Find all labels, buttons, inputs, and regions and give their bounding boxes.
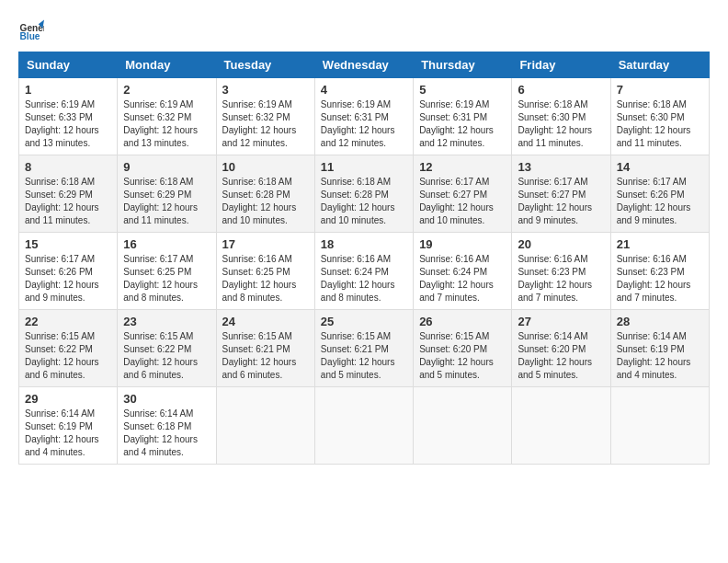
sunrise-label: Sunrise: 6:19 AM: [321, 99, 391, 109]
sunset-label: Sunset: 6:23 PM: [617, 267, 685, 277]
table-row: 4 Sunrise: 6:19 AM Sunset: 6:31 PM Dayli…: [314, 78, 413, 155]
daylight-minutes: and 4 minutes.: [25, 447, 85, 457]
daylight-label: Daylight: 12 hours: [321, 125, 395, 135]
sunrise-label: Sunrise: 6:17 AM: [617, 177, 687, 187]
day-info: Sunrise: 6:14 AM Sunset: 6:20 PM Dayligh…: [518, 330, 604, 382]
daylight-minutes: and 7 minutes.: [419, 293, 480, 303]
daylight-label: Daylight: 12 hours: [617, 357, 691, 367]
day-number: 6: [518, 83, 604, 97]
day-info: Sunrise: 6:18 AM Sunset: 6:28 PM Dayligh…: [222, 176, 309, 227]
daylight-minutes: and 7 minutes.: [518, 293, 578, 303]
day-info: Sunrise: 6:16 AM Sunset: 6:23 PM Dayligh…: [617, 253, 703, 304]
daylight-label: Daylight: 12 hours: [25, 434, 99, 444]
table-row: 12 Sunrise: 6:17 AM Sunset: 6:27 PM Dayl…: [414, 155, 512, 233]
daylight-minutes: and 9 minutes.: [25, 293, 85, 303]
calendar-week-row: 29 Sunrise: 6:14 AM Sunset: 6:19 PM Dayl…: [19, 387, 710, 465]
day-info: Sunrise: 6:19 AM Sunset: 6:32 PM Dayligh…: [123, 98, 210, 150]
day-number: 8: [25, 160, 111, 174]
table-row: 21 Sunrise: 6:16 AM Sunset: 6:23 PM Dayl…: [610, 233, 709, 310]
calendar-week-row: 22 Sunrise: 6:15 AM Sunset: 6:22 PM Dayl…: [19, 310, 710, 387]
day-number: 3: [222, 83, 309, 97]
day-number: 26: [419, 315, 506, 328]
daylight-minutes: and 11 minutes.: [25, 215, 90, 225]
sunrise-label: Sunrise: 6:18 AM: [617, 99, 687, 109]
day-number: 12: [419, 160, 506, 174]
sunrise-label: Sunrise: 6:15 AM: [419, 331, 489, 341]
day-info: Sunrise: 6:19 AM Sunset: 6:32 PM Dayligh…: [222, 98, 309, 150]
sunrise-label: Sunrise: 6:14 AM: [25, 408, 95, 419]
daylight-minutes: and 9 minutes.: [518, 215, 578, 225]
day-info: Sunrise: 6:19 AM Sunset: 6:31 PM Dayligh…: [321, 98, 407, 150]
table-row: 18 Sunrise: 6:16 AM Sunset: 6:24 PM Dayl…: [314, 233, 413, 310]
logo: General Blue: [18, 18, 48, 44]
day-info: Sunrise: 6:17 AM Sunset: 6:26 PM Dayligh…: [25, 253, 111, 304]
day-number: 17: [222, 237, 309, 251]
sunrise-label: Sunrise: 6:16 AM: [222, 254, 292, 264]
table-row: 3 Sunrise: 6:19 AM Sunset: 6:32 PM Dayli…: [216, 78, 314, 155]
sunrise-label: Sunrise: 6:16 AM: [321, 254, 391, 264]
day-info: Sunrise: 6:16 AM Sunset: 6:24 PM Dayligh…: [419, 253, 506, 304]
sunrise-label: Sunrise: 6:16 AM: [617, 254, 687, 264]
daylight-label: Daylight: 12 hours: [123, 202, 198, 213]
day-number: 14: [617, 160, 703, 174]
sunset-label: Sunset: 6:21 PM: [321, 344, 389, 354]
table-row: 8 Sunrise: 6:18 AM Sunset: 6:29 PM Dayli…: [19, 155, 118, 233]
daylight-label: Daylight: 12 hours: [25, 125, 99, 135]
daylight-label: Daylight: 12 hours: [518, 280, 592, 290]
calendar-header-monday: Monday: [118, 52, 216, 78]
sunset-label: Sunset: 6:27 PM: [419, 190, 487, 200]
daylight-minutes: and 6 minutes.: [222, 370, 283, 380]
daylight-minutes: and 6 minutes.: [123, 370, 184, 380]
sunrise-label: Sunrise: 6:17 AM: [518, 177, 587, 187]
calendar-header-sunday: Sunday: [19, 52, 118, 78]
table-row: 30 Sunrise: 6:14 AM Sunset: 6:18 PM Dayl…: [118, 387, 216, 465]
calendar-header-row: SundayMondayTuesdayWednesdayThursdayFrid…: [19, 52, 710, 78]
sunset-label: Sunset: 6:29 PM: [123, 190, 191, 200]
table-row: 1 Sunrise: 6:19 AM Sunset: 6:33 PM Dayli…: [19, 78, 118, 155]
daylight-label: Daylight: 12 hours: [222, 280, 297, 290]
daylight-label: Daylight: 12 hours: [617, 202, 691, 213]
table-row: [216, 387, 314, 465]
daylight-minutes: and 10 minutes.: [321, 215, 386, 225]
sunset-label: Sunset: 6:28 PM: [222, 190, 290, 200]
sunset-label: Sunset: 6:25 PM: [123, 267, 191, 277]
sunset-label: Sunset: 6:28 PM: [321, 190, 389, 200]
day-number: 27: [518, 315, 604, 328]
daylight-minutes: and 6 minutes.: [25, 370, 85, 380]
calendar-header-thursday: Thursday: [414, 52, 512, 78]
sunset-label: Sunset: 6:24 PM: [321, 267, 389, 277]
daylight-label: Daylight: 12 hours: [321, 202, 395, 213]
table-row: 20 Sunrise: 6:16 AM Sunset: 6:23 PM Dayl…: [512, 233, 610, 310]
daylight-label: Daylight: 12 hours: [518, 357, 592, 367]
sunset-label: Sunset: 6:31 PM: [419, 112, 487, 122]
day-info: Sunrise: 6:15 AM Sunset: 6:22 PM Dayligh…: [123, 330, 210, 382]
day-number: 4: [321, 83, 407, 97]
day-info: Sunrise: 6:15 AM Sunset: 6:21 PM Dayligh…: [321, 330, 407, 382]
day-info: Sunrise: 6:17 AM Sunset: 6:27 PM Dayligh…: [518, 176, 604, 227]
daylight-minutes: and 5 minutes.: [419, 370, 480, 380]
table-row: 19 Sunrise: 6:16 AM Sunset: 6:24 PM Dayl…: [414, 233, 512, 310]
calendar-week-row: 8 Sunrise: 6:18 AM Sunset: 6:29 PM Dayli…: [19, 155, 710, 233]
day-info: Sunrise: 6:16 AM Sunset: 6:24 PM Dayligh…: [321, 253, 407, 304]
page-header: General Blue: [18, 18, 710, 44]
day-number: 11: [321, 160, 407, 174]
daylight-label: Daylight: 12 hours: [25, 280, 99, 290]
daylight-minutes: and 4 minutes.: [123, 447, 184, 457]
daylight-label: Daylight: 12 hours: [419, 357, 494, 367]
sunrise-label: Sunrise: 6:18 AM: [222, 177, 292, 187]
sunset-label: Sunset: 6:30 PM: [518, 112, 586, 122]
table-row: [314, 387, 413, 465]
sunrise-label: Sunrise: 6:19 AM: [25, 99, 95, 109]
sunset-label: Sunset: 6:27 PM: [518, 190, 586, 200]
daylight-minutes: and 12 minutes.: [419, 138, 484, 148]
day-info: Sunrise: 6:14 AM Sunset: 6:18 PM Dayligh…: [123, 408, 210, 459]
sunrise-label: Sunrise: 6:16 AM: [419, 254, 489, 264]
sunrise-label: Sunrise: 6:17 AM: [25, 254, 95, 264]
sunset-label: Sunset: 6:33 PM: [25, 112, 93, 122]
daylight-label: Daylight: 12 hours: [617, 280, 691, 290]
daylight-label: Daylight: 12 hours: [222, 125, 297, 135]
day-number: 22: [25, 315, 111, 328]
table-row: 29 Sunrise: 6:14 AM Sunset: 6:19 PM Dayl…: [19, 387, 118, 465]
daylight-label: Daylight: 12 hours: [25, 202, 99, 213]
sunset-label: Sunset: 6:24 PM: [419, 267, 487, 277]
